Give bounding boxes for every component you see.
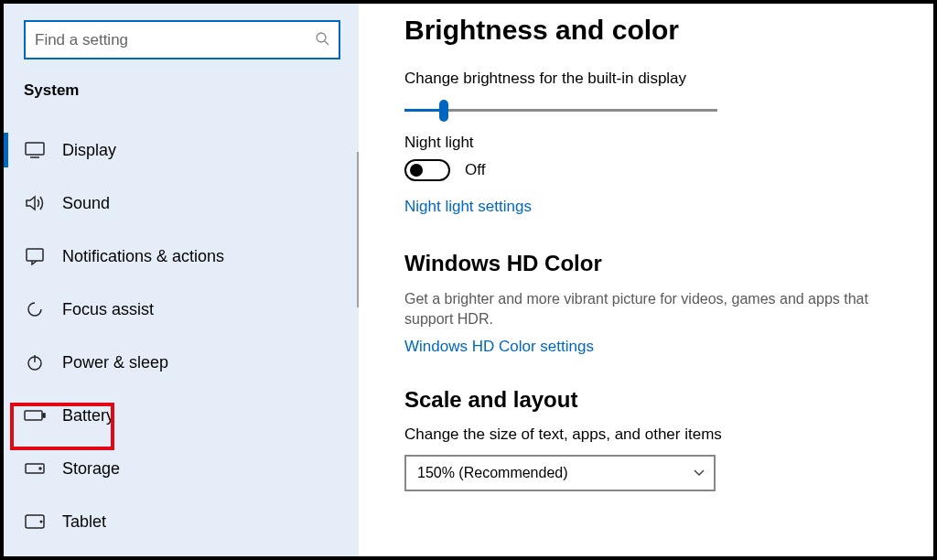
sidebar-item-sound[interactable]: Sound	[4, 177, 359, 230]
slider-track	[404, 109, 717, 112]
sidebar-item-power-sleep[interactable]: Power & sleep	[4, 336, 359, 389]
sidebar-item-battery[interactable]: Battery	[4, 389, 359, 442]
svg-point-0	[317, 33, 326, 42]
chevron-down-icon	[694, 467, 705, 479]
main-content: Brightness and color Change brightness f…	[359, 4, 933, 556]
brightness-label: Change brightness for the built-in displ…	[404, 70, 906, 88]
night-light-label: Night light	[404, 134, 906, 152]
nav-list: Display Sound Notifications & actions Fo…	[4, 124, 359, 548]
notifications-icon	[24, 245, 46, 267]
storage-icon	[24, 458, 46, 479]
sidebar-item-display[interactable]: Display	[4, 124, 359, 177]
search-box[interactable]	[24, 20, 340, 59]
scale-dropdown-value: 150% (Recommended)	[417, 465, 568, 481]
sidebar-item-label: Display	[62, 141, 116, 160]
night-light-state: Off	[465, 161, 485, 179]
toggle-knob	[410, 164, 423, 177]
sidebar-item-label: Storage	[62, 459, 120, 479]
sidebar-item-label: Tablet	[62, 512, 106, 532]
svg-point-10	[39, 468, 41, 469]
sidebar-item-label: Battery	[62, 406, 114, 425]
focus-assist-icon	[24, 298, 46, 320]
svg-rect-7	[25, 411, 42, 420]
section-title: System	[4, 76, 359, 124]
svg-rect-4	[27, 249, 43, 261]
search-input[interactable]	[35, 31, 315, 49]
display-icon	[24, 139, 46, 161]
sidebar-item-label: Notifications & actions	[62, 247, 224, 266]
svg-rect-8	[43, 414, 45, 417]
settings-window: System Display Sound Notifications & act…	[0, 0, 937, 560]
svg-rect-2	[26, 143, 44, 155]
sidebar-item-label: Sound	[62, 194, 110, 213]
tablet-icon	[24, 511, 46, 533]
search-icon	[315, 31, 329, 48]
night-light-toggle[interactable]	[404, 159, 450, 181]
section-heading-scale: Scale and layout	[404, 387, 906, 413]
sidebar-item-focus-assist[interactable]: Focus assist	[4, 283, 359, 336]
svg-line-1	[325, 41, 328, 45]
sidebar: System Display Sound Notifications & act…	[4, 4, 359, 556]
sidebar-item-label: Focus assist	[62, 300, 154, 319]
section-heading-hdcolor: Windows HD Color	[404, 251, 906, 276]
hd-color-description: Get a brighter and more vibrant picture …	[404, 289, 899, 328]
hd-color-settings-link[interactable]: Windows HD Color settings	[404, 338, 594, 356]
svg-point-12	[40, 521, 42, 522]
scale-label: Change the size of text, apps, and other…	[404, 425, 906, 444]
scale-dropdown[interactable]: 150% (Recommended)	[404, 455, 716, 491]
brightness-slider[interactable]	[404, 99, 717, 121]
night-light-settings-link[interactable]: Night light settings	[404, 198, 532, 216]
slider-thumb[interactable]	[439, 100, 448, 122]
section-heading-brightness: Brightness and color	[404, 15, 906, 46]
sound-icon	[24, 192, 46, 214]
sidebar-item-storage[interactable]: Storage	[4, 442, 359, 495]
sidebar-item-tablet[interactable]: Tablet	[4, 495, 359, 548]
sidebar-item-label: Power & sleep	[62, 353, 168, 372]
sidebar-item-notifications[interactable]: Notifications & actions	[4, 230, 359, 283]
battery-icon	[24, 404, 46, 426]
power-icon	[24, 351, 46, 373]
